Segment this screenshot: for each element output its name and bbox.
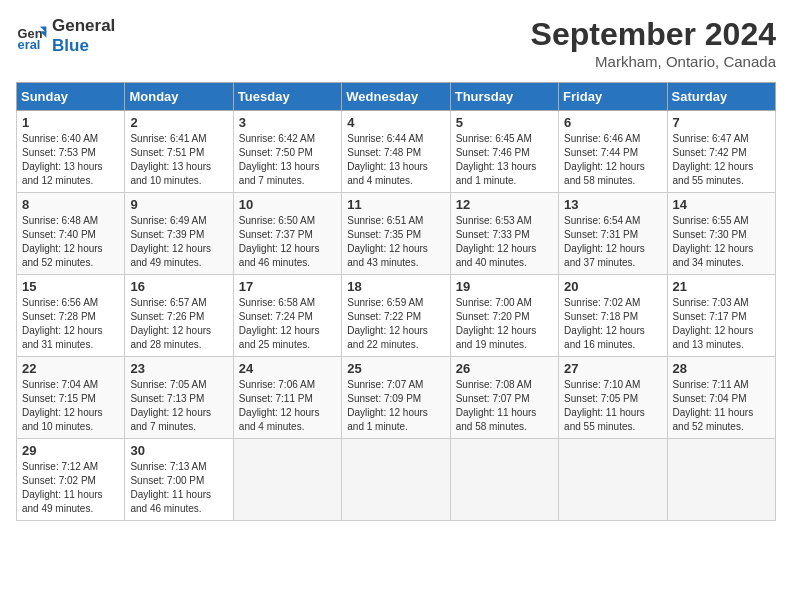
- calendar-cell: 8Sunrise: 6:48 AM Sunset: 7:40 PM Daylig…: [17, 193, 125, 275]
- week-row-4: 22Sunrise: 7:04 AM Sunset: 7:15 PM Dayli…: [17, 357, 776, 439]
- cell-info: Sunrise: 6:45 AM Sunset: 7:46 PM Dayligh…: [456, 132, 553, 188]
- day-number: 21: [673, 279, 770, 294]
- cell-info: Sunrise: 6:49 AM Sunset: 7:39 PM Dayligh…: [130, 214, 227, 270]
- calendar-cell: 22Sunrise: 7:04 AM Sunset: 7:15 PM Dayli…: [17, 357, 125, 439]
- day-number: 3: [239, 115, 336, 130]
- svg-text:eral: eral: [18, 37, 41, 52]
- day-number: 24: [239, 361, 336, 376]
- week-row-3: 15Sunrise: 6:56 AM Sunset: 7:28 PM Dayli…: [17, 275, 776, 357]
- calendar-cell: 2Sunrise: 6:41 AM Sunset: 7:51 PM Daylig…: [125, 111, 233, 193]
- calendar-cell: 30Sunrise: 7:13 AM Sunset: 7:00 PM Dayli…: [125, 439, 233, 521]
- header-row: SundayMondayTuesdayWednesdayThursdayFrid…: [17, 83, 776, 111]
- cell-info: Sunrise: 6:57 AM Sunset: 7:26 PM Dayligh…: [130, 296, 227, 352]
- month-title: September 2024: [531, 16, 776, 53]
- day-number: 7: [673, 115, 770, 130]
- cell-info: Sunrise: 7:11 AM Sunset: 7:04 PM Dayligh…: [673, 378, 770, 434]
- day-number: 9: [130, 197, 227, 212]
- cell-info: Sunrise: 6:58 AM Sunset: 7:24 PM Dayligh…: [239, 296, 336, 352]
- cell-info: Sunrise: 6:51 AM Sunset: 7:35 PM Dayligh…: [347, 214, 444, 270]
- calendar-cell: [233, 439, 341, 521]
- page-header: Gen eral General Blue September 2024 Mar…: [16, 16, 776, 70]
- location: Markham, Ontario, Canada: [531, 53, 776, 70]
- day-number: 25: [347, 361, 444, 376]
- cell-info: Sunrise: 7:04 AM Sunset: 7:15 PM Dayligh…: [22, 378, 119, 434]
- calendar-cell: 21Sunrise: 7:03 AM Sunset: 7:17 PM Dayli…: [667, 275, 775, 357]
- calendar-cell: 3Sunrise: 6:42 AM Sunset: 7:50 PM Daylig…: [233, 111, 341, 193]
- logo-line2: Blue: [52, 36, 115, 56]
- cell-info: Sunrise: 7:13 AM Sunset: 7:00 PM Dayligh…: [130, 460, 227, 516]
- cell-info: Sunrise: 7:12 AM Sunset: 7:02 PM Dayligh…: [22, 460, 119, 516]
- cell-info: Sunrise: 6:50 AM Sunset: 7:37 PM Dayligh…: [239, 214, 336, 270]
- calendar-cell: [667, 439, 775, 521]
- calendar-cell: 1Sunrise: 6:40 AM Sunset: 7:53 PM Daylig…: [17, 111, 125, 193]
- day-number: 10: [239, 197, 336, 212]
- day-number: 29: [22, 443, 119, 458]
- col-header-wednesday: Wednesday: [342, 83, 450, 111]
- day-number: 22: [22, 361, 119, 376]
- day-number: 23: [130, 361, 227, 376]
- cell-info: Sunrise: 6:40 AM Sunset: 7:53 PM Dayligh…: [22, 132, 119, 188]
- cell-info: Sunrise: 7:00 AM Sunset: 7:20 PM Dayligh…: [456, 296, 553, 352]
- day-number: 2: [130, 115, 227, 130]
- calendar-cell: 15Sunrise: 6:56 AM Sunset: 7:28 PM Dayli…: [17, 275, 125, 357]
- cell-info: Sunrise: 6:41 AM Sunset: 7:51 PM Dayligh…: [130, 132, 227, 188]
- calendar-cell: 24Sunrise: 7:06 AM Sunset: 7:11 PM Dayli…: [233, 357, 341, 439]
- cell-info: Sunrise: 6:53 AM Sunset: 7:33 PM Dayligh…: [456, 214, 553, 270]
- calendar-cell: 25Sunrise: 7:07 AM Sunset: 7:09 PM Dayli…: [342, 357, 450, 439]
- calendar-cell: 17Sunrise: 6:58 AM Sunset: 7:24 PM Dayli…: [233, 275, 341, 357]
- day-number: 14: [673, 197, 770, 212]
- calendar-cell: [559, 439, 667, 521]
- col-header-monday: Monday: [125, 83, 233, 111]
- cell-info: Sunrise: 7:03 AM Sunset: 7:17 PM Dayligh…: [673, 296, 770, 352]
- col-header-tuesday: Tuesday: [233, 83, 341, 111]
- cell-info: Sunrise: 7:10 AM Sunset: 7:05 PM Dayligh…: [564, 378, 661, 434]
- logo: Gen eral General Blue: [16, 16, 115, 57]
- day-number: 16: [130, 279, 227, 294]
- day-number: 20: [564, 279, 661, 294]
- calendar-cell: 28Sunrise: 7:11 AM Sunset: 7:04 PM Dayli…: [667, 357, 775, 439]
- day-number: 8: [22, 197, 119, 212]
- day-number: 18: [347, 279, 444, 294]
- cell-info: Sunrise: 6:59 AM Sunset: 7:22 PM Dayligh…: [347, 296, 444, 352]
- week-row-1: 1Sunrise: 6:40 AM Sunset: 7:53 PM Daylig…: [17, 111, 776, 193]
- week-row-5: 29Sunrise: 7:12 AM Sunset: 7:02 PM Dayli…: [17, 439, 776, 521]
- calendar-cell: 14Sunrise: 6:55 AM Sunset: 7:30 PM Dayli…: [667, 193, 775, 275]
- day-number: 6: [564, 115, 661, 130]
- calendar-cell: 26Sunrise: 7:08 AM Sunset: 7:07 PM Dayli…: [450, 357, 558, 439]
- calendar-cell: 16Sunrise: 6:57 AM Sunset: 7:26 PM Dayli…: [125, 275, 233, 357]
- day-number: 11: [347, 197, 444, 212]
- week-row-2: 8Sunrise: 6:48 AM Sunset: 7:40 PM Daylig…: [17, 193, 776, 275]
- day-number: 19: [456, 279, 553, 294]
- day-number: 12: [456, 197, 553, 212]
- col-header-friday: Friday: [559, 83, 667, 111]
- day-number: 5: [456, 115, 553, 130]
- calendar-cell: 27Sunrise: 7:10 AM Sunset: 7:05 PM Dayli…: [559, 357, 667, 439]
- calendar-cell: 9Sunrise: 6:49 AM Sunset: 7:39 PM Daylig…: [125, 193, 233, 275]
- calendar-cell: 13Sunrise: 6:54 AM Sunset: 7:31 PM Dayli…: [559, 193, 667, 275]
- day-number: 17: [239, 279, 336, 294]
- day-number: 13: [564, 197, 661, 212]
- day-number: 28: [673, 361, 770, 376]
- day-number: 15: [22, 279, 119, 294]
- calendar-cell: 7Sunrise: 6:47 AM Sunset: 7:42 PM Daylig…: [667, 111, 775, 193]
- calendar-cell: 6Sunrise: 6:46 AM Sunset: 7:44 PM Daylig…: [559, 111, 667, 193]
- calendar-cell: 5Sunrise: 6:45 AM Sunset: 7:46 PM Daylig…: [450, 111, 558, 193]
- cell-info: Sunrise: 6:42 AM Sunset: 7:50 PM Dayligh…: [239, 132, 336, 188]
- cell-info: Sunrise: 6:46 AM Sunset: 7:44 PM Dayligh…: [564, 132, 661, 188]
- calendar-cell: 10Sunrise: 6:50 AM Sunset: 7:37 PM Dayli…: [233, 193, 341, 275]
- cell-info: Sunrise: 6:48 AM Sunset: 7:40 PM Dayligh…: [22, 214, 119, 270]
- cell-info: Sunrise: 7:02 AM Sunset: 7:18 PM Dayligh…: [564, 296, 661, 352]
- title-block: September 2024 Markham, Ontario, Canada: [531, 16, 776, 70]
- col-header-sunday: Sunday: [17, 83, 125, 111]
- calendar-cell: 11Sunrise: 6:51 AM Sunset: 7:35 PM Dayli…: [342, 193, 450, 275]
- calendar-cell: 12Sunrise: 6:53 AM Sunset: 7:33 PM Dayli…: [450, 193, 558, 275]
- calendar-cell: [450, 439, 558, 521]
- cell-info: Sunrise: 6:47 AM Sunset: 7:42 PM Dayligh…: [673, 132, 770, 188]
- calendar-cell: [342, 439, 450, 521]
- cell-info: Sunrise: 7:08 AM Sunset: 7:07 PM Dayligh…: [456, 378, 553, 434]
- cell-info: Sunrise: 6:56 AM Sunset: 7:28 PM Dayligh…: [22, 296, 119, 352]
- calendar-cell: 23Sunrise: 7:05 AM Sunset: 7:13 PM Dayli…: [125, 357, 233, 439]
- cell-info: Sunrise: 7:06 AM Sunset: 7:11 PM Dayligh…: [239, 378, 336, 434]
- cell-info: Sunrise: 6:55 AM Sunset: 7:30 PM Dayligh…: [673, 214, 770, 270]
- calendar-table: SundayMondayTuesdayWednesdayThursdayFrid…: [16, 82, 776, 521]
